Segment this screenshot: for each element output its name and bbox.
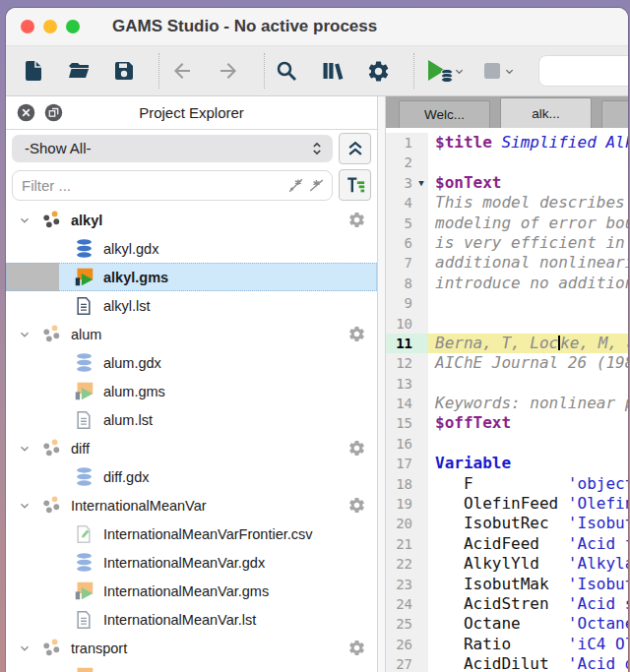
tab-cutoff[interactable]: al: [601, 100, 628, 128]
close-window-button[interactable]: [21, 20, 34, 33]
tree-item-alkyl.gms[interactable]: alkyl.gms: [6, 263, 377, 291]
code-line[interactable]: 10: [386, 314, 628, 334]
code-line[interactable]: 18 F 'object: [386, 474, 628, 494]
tree-item-label: InternationalMeanVarFrontier.csv: [103, 526, 313, 542]
code-line[interactable]: 12AIChE Journal 26 (198: [386, 353, 628, 373]
code-line[interactable]: 17Variable: [386, 454, 628, 473]
gear-icon: [366, 59, 391, 84]
fold-gutter: [414, 353, 428, 373]
project-explorer-panel: Project Explorer -Show All- Filter ...: [6, 96, 377, 672]
code-line[interactable]: 26 Ratio 'iC4 Ol: [386, 635, 628, 654]
code-line[interactable]: 23 IsobutMak 'Isobut: [386, 575, 628, 594]
gms-file-icon: [73, 381, 94, 402]
save-button[interactable]: [112, 59, 136, 83]
code-line[interactable]: 27 AcidDilut 'Acid d: [386, 654, 628, 672]
code-text: $offText: [428, 413, 628, 433]
code-line[interactable]: 22 AlkylYld 'Alkyla: [386, 554, 628, 574]
search-button[interactable]: [275, 59, 298, 83]
type-filter-button[interactable]: [339, 169, 371, 201]
expand-chevron-icon[interactable]: [15, 641, 34, 655]
tab-alkyl-active[interactable]: alk...: [500, 97, 592, 128]
float-panel-button[interactable]: [43, 102, 64, 123]
code-line[interactable]: 24 AcidStren 'Acid s: [386, 594, 628, 614]
tree-item-alkyl[interactable]: alkyl: [6, 206, 377, 234]
code-line[interactable]: 25 Octane 'Octane: [386, 614, 628, 634]
tree-item-diff.gdx[interactable]: diff.gdx: [6, 462, 377, 491]
project-options-gear[interactable]: [347, 325, 366, 343]
expand-chevron-icon[interactable]: [15, 499, 34, 513]
tree-item-alkyl.gdx[interactable]: alkyl.gdx: [6, 234, 377, 263]
fold-marker[interactable]: ▼: [414, 173, 428, 193]
tree-item-alum[interactable]: alum: [6, 320, 377, 348]
code-line[interactable]: 1$title Simplified Alk: [386, 133, 628, 153]
back-button[interactable]: [169, 59, 195, 83]
settings-button[interactable]: [366, 59, 391, 84]
code-line[interactable]: 15$offText: [386, 413, 628, 433]
code-line[interactable]: 16: [386, 434, 628, 454]
toolbar-field[interactable]: [538, 55, 628, 87]
tree-item-transport.gms[interactable]: transport.gms: [6, 662, 377, 672]
filter-placeholder: Filter ...: [22, 177, 286, 194]
code-line[interactable]: 8introduce no addition: [386, 274, 628, 293]
expand-chevron-icon[interactable]: [15, 214, 34, 227]
code-line[interactable]: 11Berna, T, Locke, M, a: [386, 334, 628, 353]
show-all-dropdown[interactable]: -Show All-: [12, 135, 333, 162]
code-line[interactable]: 21 AcidFeed 'Acid f: [386, 534, 628, 554]
gdx-database-icon: [73, 466, 94, 488]
search-icon: [275, 59, 298, 83]
code-editor[interactable]: 1$title Simplified Alk23▼$onText4This mo…: [386, 128, 628, 672]
tree-item-transport[interactable]: transport: [6, 634, 377, 662]
tree-item-alum.lst[interactable]: alum.lst: [6, 405, 377, 434]
code-line[interactable]: 19 OlefinFeed 'Olefin: [386, 494, 628, 514]
model-library-button[interactable]: [319, 59, 346, 83]
tree-item-InternationalMeanVarFrontier.csv[interactable]: InternationalMeanVarFrontier.csv: [6, 519, 377, 548]
project-options-gear[interactable]: [347, 639, 366, 657]
tree-item-alum.gms[interactable]: alum.gms: [6, 377, 377, 405]
code-line[interactable]: 13: [386, 374, 628, 394]
line-number: 27: [386, 654, 414, 672]
code-line[interactable]: 5modeling of error bou: [386, 214, 628, 233]
tree-item-alkyl.lst[interactable]: alkyl.lst: [6, 291, 377, 320]
tree-item-diff[interactable]: diff: [6, 434, 377, 462]
project-options-gear[interactable]: [347, 496, 366, 515]
code-text: AcidFeed 'Acid f: [428, 534, 628, 554]
code-line[interactable]: 20 IsobutRec 'Isobut: [386, 514, 628, 533]
filter-input[interactable]: Filter ...: [12, 170, 333, 201]
code-text: [428, 314, 628, 334]
tree-item-InternationalMeanVar.gdx[interactable]: InternationalMeanVar.gdx: [6, 548, 377, 577]
collapse-all-button[interactable]: [339, 133, 371, 164]
tree-item-InternationalMeanVar.gms[interactable]: InternationalMeanVar.gms: [6, 577, 377, 605]
new-file-icon: [22, 59, 45, 83]
fold-gutter: [414, 413, 428, 433]
regex-disabled-icon[interactable]: [286, 176, 305, 195]
close-panel-button[interactable]: [16, 102, 36, 123]
tree-item-InternationalMeanVar[interactable]: InternationalMeanVar: [6, 491, 377, 519]
run-with-gdx-button[interactable]: [424, 58, 465, 84]
code-line[interactable]: 9: [386, 293, 628, 313]
expand-chevron-icon[interactable]: [15, 328, 34, 341]
forward-button[interactable]: [216, 59, 241, 83]
project-options-gear[interactable]: [347, 211, 366, 229]
tab-welcome[interactable]: Welc...: [399, 100, 490, 128]
minimize-window-button[interactable]: [43, 20, 57, 33]
stop-button[interactable]: [480, 59, 515, 83]
code-line[interactable]: 3▼$onText: [386, 173, 628, 193]
code-line[interactable]: 2: [386, 153, 628, 172]
show-all-label: -Show All-: [25, 140, 309, 156]
tree-item-InternationalMeanVar.lst[interactable]: InternationalMeanVar.lst: [6, 605, 377, 634]
project-tree: alkylalkyl.gdxalkyl.gmsalkyl.lstalumalum…: [6, 204, 377, 672]
code-line[interactable]: 14Keywords: nonlinear p: [386, 394, 628, 413]
code-line[interactable]: 6is very efficient in: [386, 233, 628, 253]
project-options-gear[interactable]: [347, 439, 366, 458]
wildcard-disabled-icon[interactable]: [307, 176, 326, 195]
fold-gutter: [414, 474, 428, 494]
code-line[interactable]: 7additional nonlineari: [386, 253, 628, 273]
panel-splitter[interactable]: [377, 96, 386, 672]
code-line[interactable]: 4This model describes: [386, 193, 628, 213]
new-file-button[interactable]: [22, 59, 45, 83]
expand-chevron-icon[interactable]: [15, 442, 34, 456]
open-file-button[interactable]: [66, 59, 92, 83]
tree-item-alum.gdx[interactable]: alum.gdx: [6, 348, 377, 377]
fold-gutter: [414, 374, 428, 394]
zoom-window-button[interactable]: [66, 20, 80, 33]
